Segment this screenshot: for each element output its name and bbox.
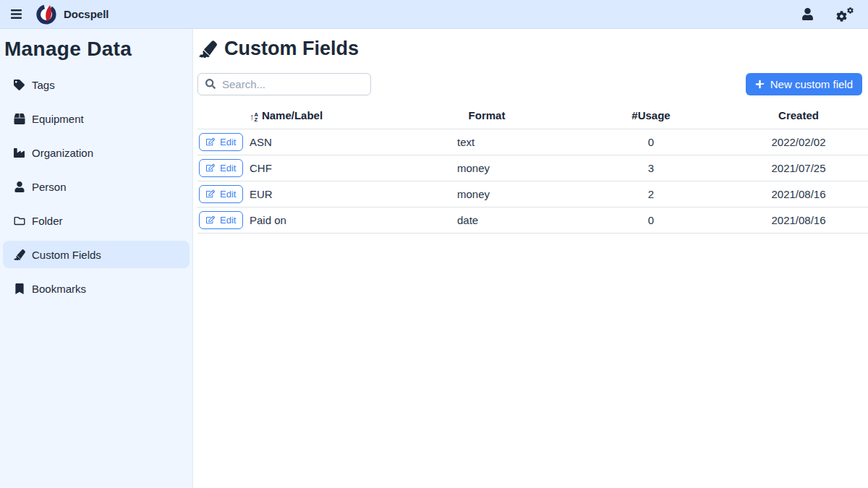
cell-name: ASN: [250, 129, 401, 155]
docspell-logo: [35, 4, 57, 25]
sort-alpha-icon: ↑AZ: [250, 112, 258, 122]
page-title: Custom Fields: [197, 36, 868, 60]
brand-link[interactable]: Docspell: [35, 4, 109, 25]
cell-created: 2021/08/16: [729, 207, 868, 233]
sidebar-item-label: Person: [32, 181, 67, 193]
edit-icon: [206, 215, 215, 224]
table-row: Edit ASN text 0 2022/02/02: [197, 129, 868, 155]
cell-format: money: [401, 181, 573, 207]
cell-usage: 2: [573, 181, 729, 207]
column-header-name[interactable]: ↑AZName/Label: [250, 106, 401, 129]
main-content: Custom Fields New custom field ↑AZName/L…: [193, 29, 868, 488]
sidebar-item-label: Tags: [32, 79, 55, 91]
cell-created: 2022/02/02: [729, 129, 868, 155]
edit-icon: [206, 163, 215, 172]
sidebar-item-label: Custom Fields: [32, 249, 101, 261]
cell-format: text: [401, 129, 573, 155]
topbar-actions: [799, 4, 856, 25]
brand-name: Docspell: [64, 8, 109, 20]
table-row: Edit Paid on date 0 2021/08/16: [197, 207, 868, 233]
new-custom-field-button[interactable]: New custom field: [746, 73, 862, 95]
sidebar-title: Manage Data: [3, 35, 190, 71]
sidebar-item-custom-fields[interactable]: Custom Fields: [3, 241, 190, 268]
sidebar-item-bookmarks[interactable]: Bookmarks: [3, 275, 190, 302]
bookmark-icon: [13, 283, 25, 294]
edit-button-label: Edit: [220, 137, 236, 147]
table-header-row: ↑AZName/Label Format #Usage Created: [197, 106, 868, 129]
topbar: Docspell: [0, 0, 868, 29]
edit-icon: [206, 189, 215, 198]
account-button[interactable]: [799, 5, 816, 23]
sidebar-item-person[interactable]: Person: [3, 173, 190, 200]
sidebar-item-organization[interactable]: Organization: [3, 139, 190, 166]
edit-button[interactable]: Edit: [199, 185, 243, 203]
search-box: [197, 73, 371, 95]
folder-icon: [13, 215, 25, 226]
cell-name: Paid on: [250, 207, 401, 233]
toolbar: New custom field: [197, 73, 868, 95]
cell-name: CHF: [250, 155, 401, 181]
new-custom-field-label: New custom field: [770, 78, 853, 90]
hamburger-icon: [10, 8, 22, 20]
plus-icon: [755, 80, 765, 89]
person-icon: [13, 181, 25, 192]
search-icon: [205, 79, 216, 89]
page-title-text: Custom Fields: [224, 38, 359, 60]
cell-created: 2021/07/25: [729, 155, 868, 181]
settings-button[interactable]: [833, 4, 856, 25]
cell-usage: 0: [573, 207, 729, 233]
sidebar-item-label: Bookmarks: [32, 283, 86, 295]
sidebar-item-label: Equipment: [32, 113, 84, 125]
sidebar: Manage Data Tags Equipment Organization …: [0, 29, 193, 488]
tag-icon: [13, 80, 25, 90]
column-header-usage: #Usage: [573, 106, 729, 129]
cell-usage: 3: [573, 155, 729, 181]
cell-created: 2021/08/16: [729, 181, 868, 207]
edit-button-label: Edit: [220, 163, 236, 174]
hamburger-menu-button[interactable]: [7, 5, 25, 23]
cell-format: date: [401, 207, 573, 233]
box-icon: [13, 114, 25, 124]
edit-button[interactable]: Edit: [199, 211, 243, 229]
table-row: Edit CHF money 3 2021/07/25: [197, 155, 868, 181]
custom-fields-table: ↑AZName/Label Format #Usage Created Edit…: [197, 106, 868, 234]
cell-name: EUR: [250, 181, 401, 207]
cogs-icon: [836, 7, 854, 22]
sidebar-item-equipment[interactable]: Equipment: [3, 105, 190, 132]
sidebar-item-label: Organization: [32, 147, 93, 159]
column-header-created: Created: [729, 106, 868, 129]
highlighter-icon: [13, 249, 25, 260]
edit-icon: [206, 137, 215, 146]
cell-format: money: [401, 155, 573, 181]
industry-icon: [13, 147, 25, 158]
sidebar-item-folder[interactable]: Folder: [3, 207, 190, 234]
cell-usage: 0: [573, 129, 729, 155]
edit-button-label: Edit: [220, 215, 236, 226]
edit-button[interactable]: Edit: [199, 133, 243, 151]
table-row: Edit EUR money 2 2021/08/16: [197, 181, 868, 207]
edit-button[interactable]: Edit: [199, 159, 243, 177]
table-body: Edit ASN text 0 2022/02/02 Edit CHF mone…: [197, 129, 868, 233]
user-icon: [802, 8, 813, 20]
search-input[interactable]: [197, 73, 371, 95]
edit-button-label: Edit: [220, 189, 236, 200]
sidebar-item-tags[interactable]: Tags: [3, 71, 190, 98]
column-header-format: Format: [401, 106, 573, 129]
highlighter-icon: [199, 40, 217, 58]
edit-column-header: [197, 106, 250, 129]
sidebar-item-label: Folder: [32, 215, 63, 227]
